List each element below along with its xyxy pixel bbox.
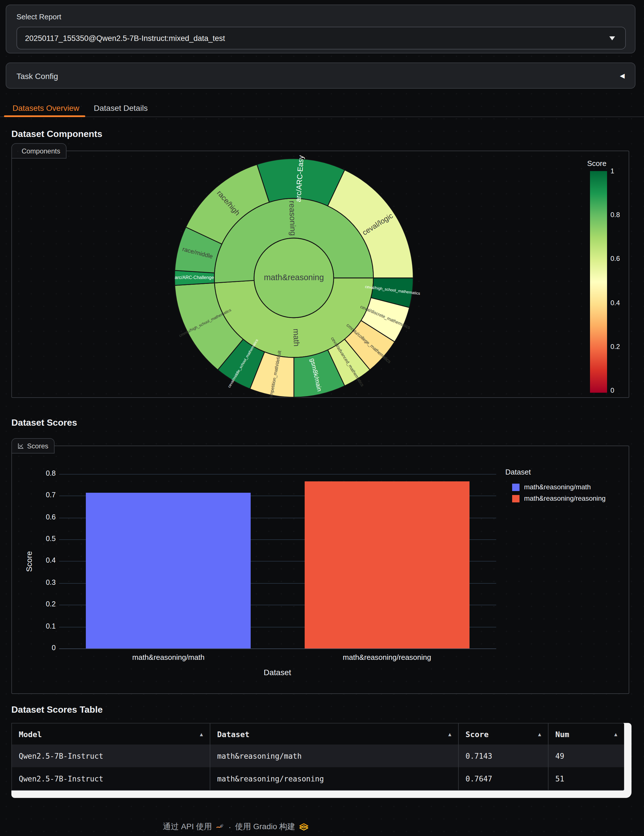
col-header-model[interactable]: Model▲ — [12, 723, 210, 745]
scores-plot-panel[interactable]: 00.10.20.30.40.50.60.70.8 math&reasoning… — [11, 446, 629, 694]
select-report-label: Select Report — [16, 13, 61, 21]
sort-icon[interactable]: ▲ — [200, 731, 203, 737]
legend-swatch-math — [512, 483, 520, 491]
y-axis-title: Score — [25, 544, 34, 578]
components-plot-label: Components — [11, 143, 67, 158]
components-plot-label-text: Components — [21, 147, 60, 155]
footer: 通过 API 使用 · 使用 Gradio 构建 — [142, 822, 330, 832]
legend-label-reasoning: math&reasoning/reasoning — [524, 495, 606, 502]
select-report-panel: Select Report 20250117_155350@Qwen2.5-7B… — [6, 5, 636, 54]
legend-item[interactable]: math&reasoning/reasoning — [512, 495, 606, 502]
task-config-label: Task Config — [16, 72, 58, 81]
bar-math[interactable] — [86, 492, 251, 648]
legend-title: Dataset — [505, 468, 531, 476]
gridline — [59, 648, 496, 649]
tab-dataset-details[interactable]: Dataset Details — [94, 103, 148, 113]
colorbar-tick: 0.6 — [610, 255, 620, 263]
sort-icon[interactable]: ▲ — [538, 731, 541, 737]
colorbar-title: Score — [587, 159, 606, 168]
svg-text:math: math — [292, 328, 301, 346]
y-tick-label: 0.2 — [21, 600, 56, 608]
y-tick-label: 0.8 — [21, 469, 56, 477]
x-tick-label: math&reasoning/reasoning — [302, 653, 472, 661]
sort-icon[interactable]: ▲ — [614, 731, 617, 737]
bar-reasoning[interactable] — [305, 482, 469, 648]
accordion-collapsed-icon: ◀ — [620, 72, 625, 80]
report-dropdown[interactable]: 20250117_155350@Qwen2.5-7B-Instruct:mixe… — [16, 27, 626, 49]
col-header-score[interactable]: Score▲ — [458, 723, 548, 745]
gridline — [59, 474, 496, 475]
col-header-dataset[interactable]: Dataset▲ — [210, 723, 458, 745]
table-cell: Qwen2.5-7B-Instruct — [12, 745, 210, 767]
footer-built-text[interactable]: 使用 Gradio 构建 — [235, 822, 295, 832]
report-dropdown-value: 20250117_155350@Qwen2.5-7B-Instruct:mixe… — [17, 34, 609, 42]
y-tick-label: 0.6 — [21, 513, 56, 521]
table-cell: 0.7647 — [458, 767, 548, 790]
active-tab-underline — [4, 115, 85, 117]
scores-plot-label-text: Scores — [27, 442, 48, 450]
x-axis-title: Dataset — [192, 668, 363, 677]
footer-api-text[interactable]: 通过 API 使用 — [163, 822, 212, 832]
chart-icon — [18, 442, 24, 449]
table-cell: math&reasoning/math — [210, 745, 458, 767]
scores-table: Model▲ Dataset▲ Score▲ Num▲ Qwen2.5-7B-I… — [11, 723, 624, 790]
colorbar-tick: 0.8 — [610, 211, 620, 219]
colorbar-tick: 0.2 — [610, 343, 620, 351]
table-cell: Qwen2.5-7B-Instruct — [12, 767, 210, 790]
y-tick-label: 0 — [21, 644, 56, 652]
y-tick-label: 0.7 — [21, 491, 56, 499]
table-cell: 51 — [548, 767, 624, 790]
components-plot-panel[interactable]: math&reasoningmathreasoningceval/high_sc… — [11, 150, 629, 398]
tabs-divider — [0, 116, 644, 117]
colorbar-tick: 0 — [610, 387, 614, 394]
col-header-num[interactable]: Num▲ — [548, 723, 624, 745]
table-cell: math&reasoning/reasoning — [210, 767, 458, 790]
table-cell: 49 — [548, 745, 624, 767]
scores-heading: Dataset Scores — [11, 418, 77, 428]
legend-item[interactable]: math&reasoning/math — [512, 483, 591, 491]
legend-label-math: math&reasoning/math — [524, 483, 591, 491]
y-tick-label: 0.1 — [21, 622, 56, 630]
sunburst-chart[interactable]: math&reasoningmathreasoningceval/high_sc… — [12, 151, 630, 398]
y-tick-label: 0.5 — [21, 535, 56, 543]
table-heading: Dataset Scores Table — [11, 705, 103, 715]
y-tick-label: 0.3 — [21, 578, 56, 586]
legend-swatch-reasoning — [512, 495, 520, 502]
plug-icon — [216, 823, 224, 831]
x-tick-label: math&reasoning/math — [83, 653, 254, 661]
colorbar-tick: 1 — [610, 167, 614, 175]
colorbar-tick: 0.4 — [610, 299, 620, 307]
colorbar-gradient — [590, 171, 607, 393]
svg-text:arc/ARC-Challenge: arc/ARC-Challenge — [175, 275, 214, 280]
scores-plot-label: Scores — [11, 438, 55, 454]
app-root: Select Report 20250117_155350@Qwen2.5-7B… — [0, 0, 644, 836]
table-cell: 0.7143 — [458, 745, 548, 767]
components-heading: Dataset Components — [11, 129, 102, 139]
task-config-accordion[interactable]: Task Config ◀ — [6, 62, 636, 89]
footer-separator: · — [229, 822, 231, 831]
svg-text:math&reasoning: math&reasoning — [264, 273, 324, 282]
tab-datasets-overview[interactable]: Datasets Overview — [13, 103, 79, 113]
chart-icon — [18, 147, 18, 154]
gradio-logo-icon — [299, 823, 309, 831]
sort-icon[interactable]: ▲ — [448, 731, 451, 737]
chevron-down-icon — [609, 36, 615, 40]
svg-text:reasoning: reasoning — [288, 201, 297, 236]
